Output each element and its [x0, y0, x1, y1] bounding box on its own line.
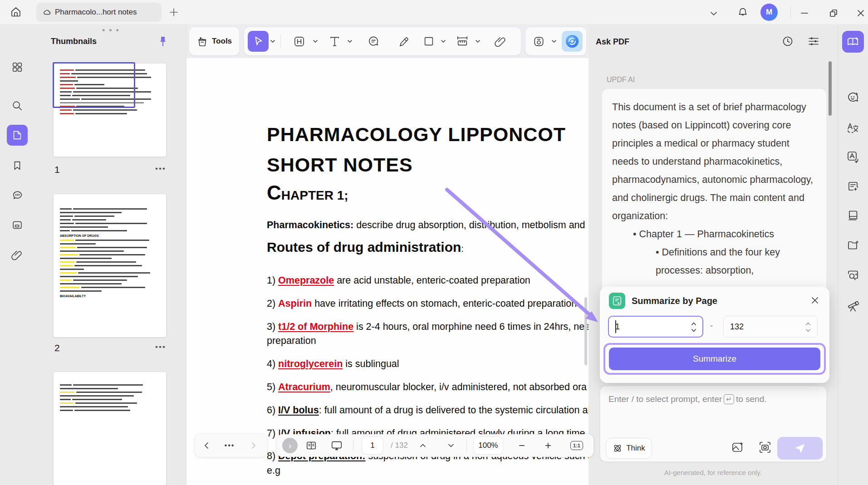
shapes-tool-dropdown[interactable] — [440, 38, 446, 44]
minimize-button[interactable] — [797, 6, 812, 20]
page-number-input[interactable] — [362, 437, 383, 454]
doc-section-heading: Routes of drug administration: — [267, 240, 464, 255]
sidebar-item-thumbnails[interactable] — [7, 125, 28, 146]
sidebar-item-apps[interactable] — [5, 56, 29, 78]
ai-prompt-input-card[interactable]: Enter / to select prompt, enter ↵ to sen… — [600, 386, 827, 462]
reader-tab[interactable] — [842, 205, 864, 226]
range-start-input[interactable] — [608, 316, 703, 338]
highlight-markup-tool-button[interactable] — [289, 31, 309, 52]
document-scrollbar[interactable] — [584, 297, 587, 365]
highlight-tool-dropdown[interactable] — [312, 38, 319, 44]
title-bar: Pharmacolo...hort notes M — [0, 0, 868, 25]
summary-doc-icon — [847, 180, 859, 193]
one-to-one-icon: 1:1 — [570, 441, 583, 450]
page-layout-button[interactable] — [301, 434, 321, 457]
think-mode-button[interactable]: Think — [606, 438, 652, 459]
range-end-input[interactable] — [723, 316, 818, 338]
toolbar-divider — [280, 34, 281, 48]
ai-settings-button[interactable] — [807, 35, 820, 48]
document-tab[interactable]: Pharmacolo...hort notes — [36, 3, 162, 22]
ai-summary-tab[interactable] — [842, 176, 864, 197]
history-forward-button[interactable] — [244, 434, 262, 457]
translate-page-tab[interactable] — [842, 146, 864, 168]
doc-title-line1: PHARMACOLOGY LIPPONCOT — [267, 123, 566, 146]
collapse-panel-button[interactable]: › — [282, 438, 298, 453]
ruler-icon — [456, 35, 469, 48]
explore-tab[interactable] — [842, 295, 864, 317]
stamp-tool-dropdown[interactable] — [551, 38, 557, 44]
measure-tool-button[interactable] — [452, 31, 473, 52]
dialog-close-button[interactable] — [809, 294, 821, 307]
next-page-button[interactable] — [441, 434, 461, 457]
text-tool-dropdown[interactable] — [347, 38, 353, 44]
bullet-dot: • — [633, 229, 639, 240]
ai-assistant-toggle-button[interactable] — [562, 31, 583, 52]
ai-chat-tab[interactable] — [842, 87, 864, 108]
telescope-icon — [846, 299, 860, 313]
sidebar-item-attachments[interactable] — [5, 244, 29, 266]
pen-tool-button[interactable] — [393, 31, 414, 52]
actual-size-button[interactable]: 1:1 — [565, 434, 588, 457]
zoom-in-button[interactable]: + — [538, 434, 558, 457]
doc-list-item-continuation: preparation — [267, 334, 316, 348]
history-more-button[interactable]: ••• — [221, 434, 239, 457]
thumbnail-menu-button[interactable]: ••• — [155, 343, 166, 352]
thumbnail-page-3[interactable] — [54, 372, 166, 485]
notifications-button[interactable] — [735, 5, 750, 19]
send-button[interactable] — [777, 437, 823, 460]
doc-intro-line: Pharmacokinetics: describe drug absorpti… — [267, 220, 585, 231]
stamp-tool-button[interactable] — [528, 31, 549, 52]
bottombar-divider — [353, 440, 353, 451]
ai-assistant-tab[interactable] — [842, 31, 864, 53]
sidebar-item-search[interactable] — [5, 95, 29, 117]
text-tool-button[interactable] — [324, 31, 345, 52]
doc-list-item: 3) t1/2 of Morphine is 2-4 hours, oral m… — [267, 320, 588, 333]
translate-icon — [846, 121, 860, 135]
attach-tool-button[interactable] — [490, 31, 511, 52]
sidebar-item-page-notes[interactable] — [5, 214, 29, 236]
thumbnail-viewport-indicator[interactable] — [53, 62, 135, 108]
home-button[interactable] — [8, 5, 24, 19]
avatar[interactable]: M — [760, 4, 778, 21]
new-tab-button[interactable] — [166, 5, 181, 19]
history-back-button[interactable] — [198, 434, 216, 457]
zoom-level-input[interactable] — [474, 437, 503, 454]
range-end-stepper[interactable] — [805, 320, 811, 334]
insert-image-button[interactable] — [731, 441, 745, 454]
sidebar-item-comments[interactable] — [5, 184, 29, 206]
ai-response-paragraph: This document is a set of brief pharmaco… — [612, 98, 816, 225]
page-total-label: / 132 — [386, 434, 413, 457]
restore-button[interactable] — [826, 6, 841, 20]
screenshot-button[interactable] — [758, 441, 772, 454]
pin-panel-button[interactable] — [158, 36, 168, 47]
select-tool-button[interactable] — [248, 31, 269, 52]
select-tool-dropdown[interactable] — [270, 38, 276, 44]
shapes-tool-button[interactable] — [418, 31, 439, 52]
ai-provider-label: UPDF AI — [607, 76, 635, 84]
translate-tab[interactable] — [842, 117, 864, 139]
presentation-mode-button[interactable] — [326, 434, 348, 457]
previous-page-button[interactable] — [413, 434, 433, 457]
thumbnail-menu-button[interactable]: ••• — [155, 164, 166, 173]
sidebar-item-bookmarks[interactable] — [5, 155, 29, 176]
thumbnail-page-2[interactable]: ABSORPTION OF DRUGS BIOAVAILABILTY — [54, 194, 166, 337]
range-start-stepper[interactable] — [691, 320, 697, 334]
tabs-dropdown-button[interactable] — [706, 7, 721, 20]
panel-resize-handle[interactable]: • • • — [102, 26, 120, 35]
close-button[interactable] — [853, 6, 868, 20]
measure-tool-dropdown[interactable] — [475, 38, 481, 44]
tools-menu-button[interactable]: Tools — [189, 27, 239, 55]
thumbnail-heading: ABSORPTION OF DRUGS — [60, 234, 160, 237]
note-tool-button[interactable] — [363, 31, 384, 52]
summarize-button[interactable]: Summarize — [609, 348, 820, 370]
ai-search-tab[interactable] — [842, 265, 864, 286]
ai-history-button[interactable] — [781, 35, 794, 48]
ai-files-tab[interactable] — [842, 235, 864, 256]
doc-list-item: 1) Omeprazole are acid unstable, enteric… — [267, 274, 530, 287]
zoom-out-button[interactable]: − — [512, 434, 532, 457]
tools-label: Tools — [212, 37, 232, 46]
stamp-icon — [533, 35, 545, 48]
pin-icon — [158, 36, 168, 47]
ai-panel-scrollbar[interactable] — [829, 61, 832, 116]
bell-icon — [737, 6, 749, 18]
